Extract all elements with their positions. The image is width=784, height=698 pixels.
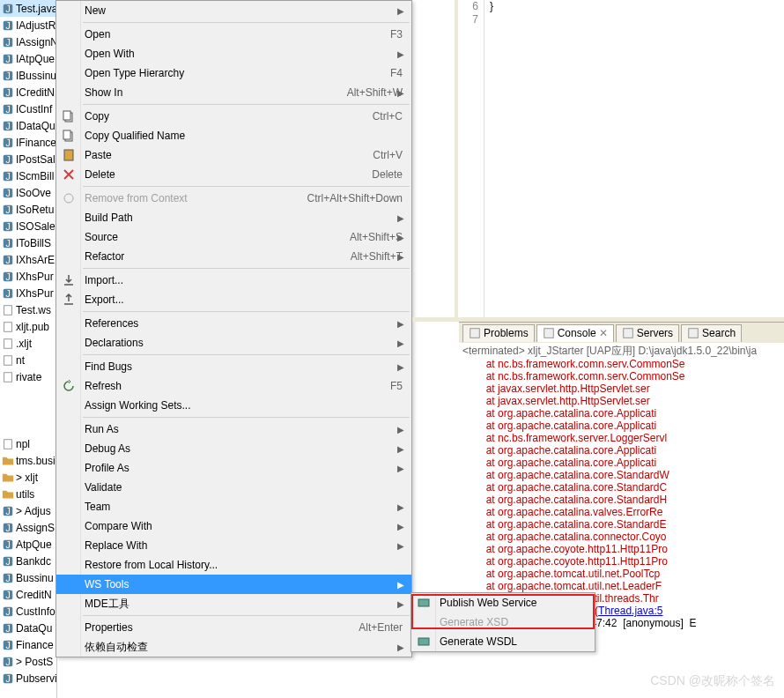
menu-item-mde-[interactable]: MDE工具▶ (56, 594, 411, 613)
tree-item[interactable]: xljt.pub (0, 318, 56, 335)
tree-item[interactable]: JIXhsPur (0, 285, 56, 301)
menu-item-profile-as[interactable]: Profile As▶ (56, 458, 411, 478)
menu-item-references[interactable]: References▶ (56, 314, 411, 333)
tree-item[interactable]: JIXhsArE (0, 251, 56, 268)
tree-item[interactable]: JIBussinu (0, 67, 56, 84)
menu-item-show-in[interactable]: Show InAlt+Shift+W▶ (56, 83, 411, 102)
tree-item[interactable]: JCreditN (0, 586, 56, 603)
tab-search[interactable]: Search (681, 324, 742, 342)
tab-label: Servers (637, 327, 673, 339)
tab-servers[interactable]: Servers (616, 324, 679, 342)
tab-label: Search (702, 327, 736, 339)
menu-item-compare-with[interactable]: Compare With▶ (56, 516, 411, 536)
menu-item-paste[interactable]: PasteCtrl+V (56, 145, 411, 165)
menu-item-source[interactable]: SourceAlt+Shift+S▶ (56, 227, 411, 247)
tree-item[interactable]: JAssignS (0, 519, 56, 536)
tree-item[interactable]: > xljt (0, 469, 56, 486)
tree-label: xljt.pub (16, 321, 49, 333)
menu-item-delete[interactable]: DeleteDelete (56, 165, 411, 184)
submenu-arrow-icon: ▶ (397, 338, 404, 348)
tree-item[interactable]: JISOSale (0, 218, 56, 234)
tree-item[interactable]: J> PostS (0, 653, 56, 670)
tree-item[interactable]: JIToBillS (0, 234, 56, 251)
code-editor[interactable]: 6 7 } (458, 0, 784, 317)
tree-item[interactable]: .xljt (0, 335, 56, 352)
tree-item[interactable]: JISoRetu (0, 201, 56, 218)
tree-item[interactable]: JFinance (0, 636, 56, 653)
menu-item-ws-tools[interactable]: WS Tools▶ (56, 575, 411, 594)
menu-item-new[interactable]: New▶ (56, 1, 411, 20)
tree-item[interactable] (0, 402, 56, 419)
menu-item--[interactable]: 依赖自动检查▶ (56, 637, 411, 657)
menu-shortcut: Ctrl+V (373, 149, 403, 161)
menu-item-restore-from-local-history-[interactable]: Restore from Local History... (56, 555, 411, 575)
svg-text:J: J (5, 120, 10, 130)
tree-item[interactable]: JIAdjustR (0, 17, 56, 33)
menu-item-open[interactable]: OpenF3 (56, 25, 411, 44)
menu-item-replace-with[interactable]: Replace With▶ (56, 536, 411, 555)
menu-item-copy-qualified-name[interactable]: Copy Qualified Name (56, 126, 411, 145)
code-content[interactable]: } (490, 0, 493, 13)
line-gutter: 6 7 (458, 0, 484, 317)
svg-text:J: J (5, 254, 10, 264)
tree-item[interactable]: tms.busi (0, 452, 56, 469)
tree-item[interactable]: rivate (0, 368, 56, 385)
tree-item[interactable]: JAtpQue (0, 536, 56, 553)
tree-item[interactable]: JIDataQu (0, 117, 56, 134)
menu-item-properties[interactable]: PropertiesAlt+Enter (56, 618, 411, 637)
tree-item[interactable]: JDataQu (0, 620, 56, 636)
menu-item-refactor[interactable]: RefactorAlt+Shift+T▶ (56, 247, 411, 266)
menu-item-refresh[interactable]: RefreshF5 (56, 376, 411, 396)
menu-item-open-with[interactable]: Open With▶ (56, 44, 411, 63)
tree-item[interactable]: nt (0, 352, 56, 368)
menu-item-copy[interactable]: CopyCtrl+C (56, 107, 411, 126)
tree-item[interactable]: JCustInfo (0, 603, 56, 620)
project-tree[interactable]: JTest.javaJIAdjustRJIAssignNJIAtpQueJIBu… (0, 0, 57, 698)
tree-item[interactable]: JIAtpQue (0, 50, 56, 67)
tree-item[interactable]: JBussinu (0, 569, 56, 586)
tree-item[interactable]: utils (0, 486, 56, 502)
tree-item[interactable]: JIScmBill (0, 167, 56, 184)
tree-item[interactable]: npl (0, 435, 56, 452)
tree-item[interactable]: JBankdc (0, 553, 56, 569)
menu-label: Build Path (85, 212, 403, 224)
tree-item[interactable]: Test.ws (0, 301, 56, 318)
tree-label: ICustInf (16, 103, 52, 115)
menu-item-run-as[interactable]: Run As▶ (56, 420, 411, 439)
menu-item-declarations[interactable]: Declarations▶ (56, 333, 411, 353)
menu-label: References (85, 317, 403, 330)
tree-item[interactable]: JIXhsPur (0, 268, 56, 285)
tab-problems[interactable]: Problems (462, 324, 535, 342)
tree-item[interactable]: JICustInf (0, 100, 56, 117)
bottom-view-tabs: ProblemsConsole ✕ServersSearch (459, 322, 784, 343)
close-icon[interactable]: ✕ (599, 327, 608, 339)
tree-item[interactable]: JISoOve (0, 184, 56, 201)
tree-item[interactable]: JIPostSal (0, 151, 56, 167)
menu-item-validate[interactable]: Validate (56, 478, 411, 497)
menu-item-team[interactable]: Team▶ (56, 497, 411, 516)
tree-item[interactable]: JPubserviceForDBImpl RequiresNew.java (0, 670, 56, 687)
menu-item-assign-working-sets-[interactable]: Assign Working Sets... (56, 396, 411, 415)
tree-item[interactable] (0, 419, 56, 435)
svg-text:J: J (5, 622, 10, 633)
menu-item-debug-as[interactable]: Debug As▶ (56, 439, 411, 458)
tree-item[interactable]: JICreditN (0, 84, 56, 100)
tab-console[interactable]: Console ✕ (536, 324, 614, 342)
tree-item[interactable]: JTest.java (0, 0, 56, 17)
menu-item-open-type-hierarchy[interactable]: Open Type HierarchyF4 (56, 63, 411, 83)
menu-label: Compare With (85, 520, 403, 532)
tree-item[interactable] (0, 385, 56, 402)
submenu-item-generate-wsdl[interactable]: Generate WSDL (411, 632, 595, 651)
tree-item[interactable]: JIFinance (0, 134, 56, 151)
menu-item-build-path[interactable]: Build Path▶ (56, 208, 411, 227)
menu-item-import-[interactable]: Import... (56, 271, 411, 290)
tree-item[interactable]: J> Adjus (0, 502, 56, 519)
svg-rect-39 (4, 355, 12, 365)
tree-item[interactable]: JIAssignN (0, 33, 56, 50)
svg-rect-67 (63, 130, 70, 139)
submenu-item-publish-web-service[interactable]: Publish Web Service (411, 593, 595, 613)
menu-item-find-bugs[interactable]: Find Bugs▶ (56, 357, 411, 376)
svg-text:J: J (5, 572, 10, 583)
menu-item-export-[interactable]: Export... (56, 290, 411, 309)
svg-rect-41 (4, 439, 12, 449)
